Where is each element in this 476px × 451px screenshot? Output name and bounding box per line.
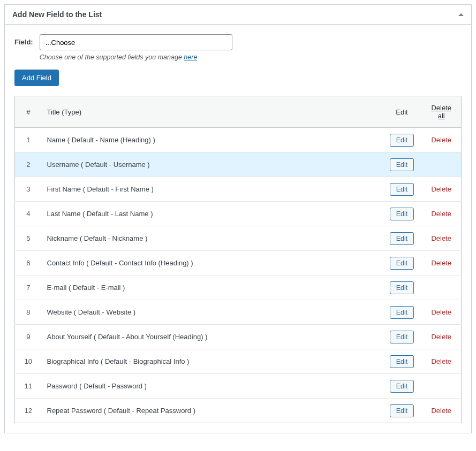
edit-button[interactable]: Edit — [390, 257, 414, 270]
row-edit-cell: Edit — [382, 325, 422, 349]
edit-button[interactable]: Edit — [390, 158, 414, 171]
row-delete-cell — [422, 374, 462, 399]
row-delete-cell: Delete — [422, 128, 462, 152]
row-edit-cell: Edit — [382, 251, 422, 276]
edit-button[interactable]: Edit — [390, 232, 414, 245]
row-delete-cell: Delete — [422, 399, 462, 423]
row-title: Password ( Default - Password ) — [42, 374, 382, 399]
delete-link[interactable]: Delete — [431, 234, 451, 242]
edit-button[interactable]: Edit — [390, 208, 414, 220]
row-title: First Name ( Default - First Name ) — [42, 177, 382, 202]
row-number: 8 — [15, 300, 42, 325]
row-edit-cell: Edit — [382, 152, 422, 177]
delete-link[interactable]: Delete — [431, 210, 451, 218]
edit-button[interactable]: Edit — [390, 331, 414, 343]
row-number: 6 — [15, 251, 42, 276]
row-edit-cell: Edit — [382, 276, 422, 300]
row-number: 5 — [15, 226, 42, 251]
add-field-panel: Add New Field to the List Field: ...Choo… — [4, 4, 472, 433]
row-title: Name ( Default - Name (Heading) ) — [42, 128, 382, 152]
delete-link[interactable]: Delete — [431, 259, 451, 267]
row-edit-cell: Edit — [382, 226, 422, 251]
table-row: 9About Yourself ( Default - About Yourse… — [15, 325, 462, 349]
hint-link[interactable]: here — [184, 53, 197, 61]
edit-button[interactable]: Edit — [390, 355, 414, 368]
row-title: Username ( Default - Username ) — [42, 152, 382, 177]
row-number: 10 — [15, 349, 42, 374]
row-title: Contact Info ( Default - Contact Info (H… — [42, 251, 382, 276]
row-delete-cell: Delete — [422, 251, 462, 276]
header-edit: Edit — [382, 96, 422, 128]
table-row: 6Contact Info ( Default - Contact Info (… — [15, 251, 462, 276]
delete-link[interactable]: Delete — [431, 136, 451, 144]
row-number: 9 — [15, 325, 42, 349]
header-num: # — [15, 96, 42, 128]
table-row: 12Repeat Password ( Default - Repeat Pas… — [15, 399, 462, 423]
row-delete-cell — [422, 276, 462, 300]
row-number: 3 — [15, 177, 42, 202]
table-row: 4Last Name ( Default - Last Name )EditDe… — [15, 202, 462, 226]
row-edit-cell: Edit — [382, 349, 422, 374]
row-number: 11 — [15, 374, 42, 399]
row-title: About Yourself ( Default - About Yoursel… — [42, 325, 382, 349]
table-row: 1Name ( Default - Name (Heading) )EditDe… — [15, 128, 462, 152]
table-row: 10Biographical Info ( Default - Biograph… — [15, 349, 462, 374]
delete-link[interactable]: Delete — [431, 185, 451, 193]
row-edit-cell: Edit — [382, 202, 422, 226]
header-title: Title (Type) — [42, 96, 382, 128]
panel-header[interactable]: Add New Field to the List — [5, 5, 471, 25]
edit-button[interactable]: Edit — [390, 404, 414, 417]
row-delete-cell: Delete — [422, 226, 462, 251]
row-delete-cell — [422, 152, 462, 177]
row-number: 4 — [15, 202, 42, 226]
row-edit-cell: Edit — [382, 399, 422, 423]
chevron-up-icon — [458, 13, 464, 16]
field-hint: Choose one of the supported fields you m… — [40, 53, 232, 61]
delete-link[interactable]: Delete — [431, 357, 451, 365]
field-selector-row: Field: ...Choose Choose one of the suppo… — [14, 34, 462, 61]
table-row: 11Password ( Default - Password )Edit — [15, 374, 462, 399]
row-number: 12 — [15, 399, 42, 423]
add-field-button[interactable]: Add Field — [14, 70, 59, 86]
table-row: 5Nickname ( Default - Nickname )EditDele… — [15, 226, 462, 251]
table-row: 3First Name ( Default - First Name )Edit… — [15, 177, 462, 202]
row-delete-cell: Delete — [422, 349, 462, 374]
row-title: E-mail ( Default - E-mail ) — [42, 276, 382, 300]
fields-table: # Title (Type) Edit Delete all 1Name ( D… — [14, 96, 462, 423]
panel-body: Field: ...Choose Choose one of the suppo… — [5, 25, 471, 433]
edit-button[interactable]: Edit — [390, 380, 414, 393]
row-number: 1 — [15, 128, 42, 152]
field-select[interactable]: ...Choose — [40, 34, 232, 50]
row-delete-cell: Delete — [422, 325, 462, 349]
row-title: Nickname ( Default - Nickname ) — [42, 226, 382, 251]
table-row: 8Website ( Default - Website )EditDelete — [15, 300, 462, 325]
panel-title: Add New Field to the List — [12, 10, 102, 19]
row-number: 2 — [15, 152, 42, 177]
delete-link[interactable]: Delete — [431, 308, 451, 316]
edit-button[interactable]: Edit — [390, 134, 414, 147]
row-number: 7 — [15, 276, 42, 300]
row-edit-cell: Edit — [382, 177, 422, 202]
row-edit-cell: Edit — [382, 300, 422, 325]
field-label: Field: — [14, 34, 33, 46]
row-title: Website ( Default - Website ) — [42, 300, 382, 325]
edit-button[interactable]: Edit — [390, 306, 414, 319]
edit-button[interactable]: Edit — [390, 281, 414, 294]
table-row: 2Username ( Default - Username )Edit — [15, 152, 462, 177]
row-delete-cell: Delete — [422, 177, 462, 202]
row-delete-cell: Delete — [422, 300, 462, 325]
row-title: Last Name ( Default - Last Name ) — [42, 202, 382, 226]
row-title: Biographical Info ( Default - Biographic… — [42, 349, 382, 374]
table-row: 7E-mail ( Default - E-mail )Edit — [15, 276, 462, 300]
header-delete-all[interactable]: Delete all — [422, 96, 462, 128]
hint-text: Choose one of the supported fields you m… — [40, 53, 184, 61]
edit-button[interactable]: Edit — [390, 183, 414, 196]
row-edit-cell: Edit — [382, 374, 422, 399]
row-delete-cell: Delete — [422, 202, 462, 226]
delete-link[interactable]: Delete — [431, 333, 451, 341]
row-title: Repeat Password ( Default - Repeat Passw… — [42, 399, 382, 423]
row-edit-cell: Edit — [382, 128, 422, 152]
delete-link[interactable]: Delete — [431, 407, 451, 415]
